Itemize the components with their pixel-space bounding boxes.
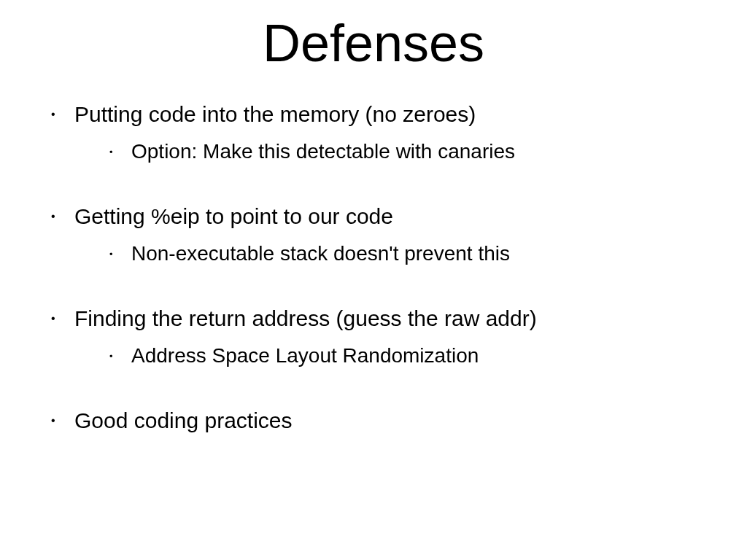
- sub-bullet-list: Non-executable stack doesn't prevent thi…: [74, 229, 703, 295]
- bullet-text: Getting %eip to point to our code: [74, 204, 393, 228]
- bullet-item: Finding the return address (guess the ra…: [44, 306, 703, 397]
- sub-bullet-item: Address Space Layout Randomization: [74, 344, 703, 368]
- sub-bullet-list: Option: Make this detectable with canari…: [74, 127, 703, 192]
- bullet-item: Good coding practices: [44, 408, 703, 433]
- slide-content: Putting code into the memory (no zeroes)…: [0, 73, 747, 433]
- sub-bullet-item: Non-executable stack doesn't prevent thi…: [74, 242, 703, 265]
- bullet-item: Putting code into the memory (no zeroes)…: [44, 102, 703, 192]
- slide: Defenses Putting code into the memory (n…: [0, 0, 747, 560]
- sub-bullet-text: Address Space Layout Randomization: [131, 344, 479, 367]
- bullet-list: Putting code into the memory (no zeroes)…: [44, 102, 703, 433]
- bullet-item: Getting %eip to point to our code Non-ex…: [44, 204, 703, 295]
- bullet-text: Finding the return address (guess the ra…: [74, 306, 537, 330]
- bullet-text: Putting code into the memory (no zeroes): [74, 102, 476, 126]
- sub-bullet-text: Non-executable stack doesn't prevent thi…: [131, 242, 510, 265]
- bullet-text: Good coding practices: [74, 408, 293, 432]
- sub-bullet-item: Option: Make this detectable with canari…: [74, 140, 703, 163]
- sub-bullet-text: Option: Make this detectable with canari…: [131, 140, 515, 163]
- slide-title: Defenses: [0, 0, 747, 73]
- sub-bullet-list: Address Space Layout Randomization: [74, 331, 703, 397]
